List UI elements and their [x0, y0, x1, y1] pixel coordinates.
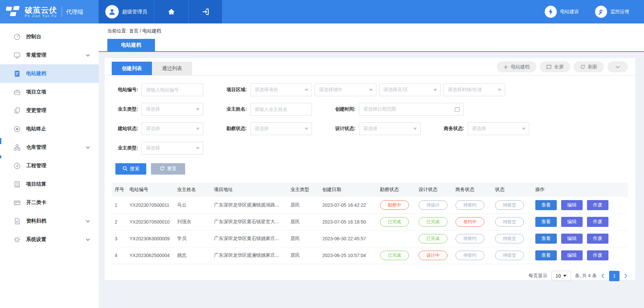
- filter-form: 电站编号: 项目区域: 请选择省份: [105, 75, 635, 163]
- archive-icon: [13, 218, 21, 225]
- sidebar-item-warehouse-mgmt[interactable]: 仓库管理: [0, 138, 99, 157]
- refresh-button[interactable]: 刷新: [574, 61, 604, 72]
- sidebar-item-project-settlement[interactable]: 项目结算: [0, 175, 99, 193]
- address-cell: 广东深圳龙华区黄石镇星官大...: [211, 213, 288, 230]
- add-station-button[interactable]: 电站建档: [497, 61, 536, 72]
- tab-passed-list[interactable]: 通过列表: [152, 62, 192, 75]
- county-select[interactable]: 请选择县/区: [379, 83, 441, 96]
- divider: [62, 7, 62, 17]
- void-button[interactable]: 作废: [587, 234, 608, 244]
- top-header: 破茧云伏 Po Jian Yun Fu 代理端 超级管理员: [0, 0, 644, 23]
- sidebar-item-label: 项目结算: [26, 181, 90, 187]
- owner-name-input[interactable]: [250, 103, 312, 116]
- void-button[interactable]: 作废: [587, 217, 608, 227]
- search-actions: 搜索 重置: [105, 163, 635, 175]
- edit-button[interactable]: 编辑: [561, 200, 583, 210]
- sidebar-item-label: 电站建档: [26, 70, 90, 77]
- date-range-input[interactable]: 请选择日期范围: [359, 103, 464, 116]
- logout-button[interactable]: [189, 0, 222, 23]
- nav-station-build-label: 电站建设: [560, 9, 579, 15]
- table-row: 4 YX2023062500004 姚忠 广东深圳龙华区观澜镇姚家庄... 居民…: [112, 247, 628, 264]
- fullscreen-button[interactable]: 全屏: [540, 61, 570, 72]
- per-page-select[interactable]: 10: [551, 271, 571, 281]
- owner-name-cell: 学员: [174, 230, 211, 247]
- prev-page-icon[interactable]: [601, 273, 605, 278]
- owner-type-select-value: 请选择: [146, 106, 196, 112]
- edit-button[interactable]: 编辑: [561, 234, 583, 244]
- nav-station-build[interactable]: 电站建设: [545, 6, 579, 18]
- sidebar-item-label: 电站终止: [26, 126, 90, 132]
- owner-type-2-select[interactable]: 请选择: [142, 142, 203, 155]
- filter-business-status: 商务状态: 请选择: [434, 122, 529, 135]
- owner-type-cell: 居民: [288, 230, 320, 247]
- owner-name-cell: 刘强东: [174, 213, 211, 230]
- survey-status-select[interactable]: 请选择: [250, 122, 312, 135]
- design-status-badge: 已完成: [419, 234, 447, 243]
- settings-icon: [13, 236, 21, 243]
- calculator-icon: [13, 181, 21, 188]
- station-code-cell: YX2023063000009: [127, 230, 174, 247]
- logout-icon: [202, 8, 210, 16]
- next-page-icon[interactable]: [624, 273, 628, 278]
- search-button[interactable]: 搜索: [115, 163, 146, 175]
- sidebar-item-project-initiation[interactable]: 项目立项: [0, 83, 99, 101]
- void-button[interactable]: 作废: [587, 250, 608, 260]
- user-icon: [108, 8, 116, 16]
- main-area: 当前位置: 首页 / 电站建档 电站建档 创建列表 通过列表: [99, 23, 644, 308]
- view-button[interactable]: 查看: [535, 217, 557, 227]
- owner-type-select[interactable]: 请选择: [142, 103, 203, 116]
- sidebar-item-change-mgmt[interactable]: 变更管理: [0, 101, 99, 120]
- brand-subtitle: Po Jian Yun Fu: [25, 14, 57, 18]
- owner-type-label: 业主类型:: [108, 106, 142, 112]
- design-status-badge: 已完成: [419, 217, 447, 227]
- col-address: 项目地址: [211, 183, 288, 197]
- reset-button[interactable]: 重置: [151, 163, 185, 175]
- sidebar-item-engineering-mgmt[interactable]: 工程管理: [0, 157, 99, 175]
- station-code-input[interactable]: [142, 83, 203, 96]
- chevron-down-icon: [86, 220, 90, 223]
- view-button[interactable]: 查看: [535, 234, 557, 244]
- col-business-status: 商务状态: [453, 183, 492, 197]
- page-header: 当前位置: 首页 / 电站建档 电站建档: [99, 23, 644, 52]
- sidebar-item-system-settings[interactable]: 系统设置: [0, 230, 99, 249]
- nav-monitor-ops[interactable]: 监控运维: [595, 6, 629, 18]
- province-select[interactable]: 请选择省份: [250, 83, 312, 96]
- owner-name-cell: 马云: [174, 197, 211, 213]
- sidebar-item-label: 工程管理: [26, 163, 90, 169]
- edit-button[interactable]: 编辑: [561, 217, 583, 227]
- void-button[interactable]: 作废: [587, 200, 608, 210]
- chevron-down-icon: [498, 89, 501, 91]
- view-button[interactable]: 查看: [535, 200, 557, 210]
- collapse-toolbar-button[interactable]: [607, 61, 628, 72]
- filter-owner-type-2: 业主类型: 请选择: [108, 142, 203, 155]
- col-survey-status: 勘察状态: [377, 183, 416, 197]
- filter-city: 请选择城市: [315, 83, 376, 96]
- page-tab-station-archive[interactable]: 电站建档: [107, 39, 155, 51]
- sidebar-item-open-card[interactable]: 开二类卡: [0, 193, 99, 212]
- region-label: 项目区域:: [217, 87, 250, 93]
- chevron-down-icon: [86, 238, 90, 241]
- home-button[interactable]: [154, 0, 189, 23]
- survey-status-badge: 已完成: [380, 217, 409, 227]
- station-table: 序号 电站编号 业主姓名 项目地址 业主类型 创建日期 勘察状态 设计状态 商务…: [112, 183, 628, 264]
- search-icon: [122, 166, 127, 172]
- card-head: 创建列表 通过列表 电站建档: [105, 58, 635, 75]
- town-select[interactable]: 请选择村镇/街道: [443, 83, 505, 96]
- design-status-select[interactable]: 请选择: [359, 122, 421, 135]
- sidebar-item-station-archive[interactable]: 电站建档: [0, 64, 99, 83]
- city-select[interactable]: 请选择城市: [315, 83, 376, 96]
- sidebar-item-station-termination[interactable]: 电站终止: [0, 120, 99, 138]
- build-status-select[interactable]: 请选择: [142, 122, 203, 135]
- per-page-value: 10: [555, 273, 561, 279]
- sidebar-item-console[interactable]: 控制台: [0, 27, 99, 46]
- business-status-select[interactable]: 请选择: [468, 122, 529, 135]
- tab-create-list[interactable]: 创建列表: [112, 62, 152, 75]
- user-profile[interactable]: 超级管理员: [99, 0, 154, 23]
- view-button[interactable]: 查看: [535, 250, 557, 260]
- page-number[interactable]: 1: [609, 271, 620, 281]
- sidebar-item-general-mgmt[interactable]: 常规管理: [0, 46, 99, 64]
- filter-region: 项目区域: 请选择省份: [217, 83, 312, 96]
- edit-button[interactable]: 编辑: [561, 250, 583, 260]
- col-index: 序号: [112, 183, 127, 197]
- sidebar-item-data-archive[interactable]: 资料归档: [0, 212, 99, 230]
